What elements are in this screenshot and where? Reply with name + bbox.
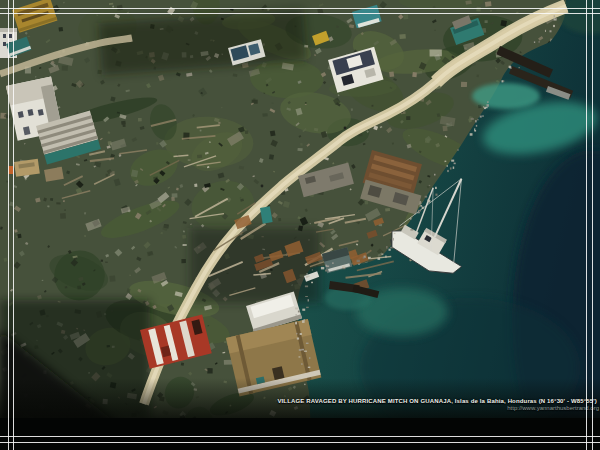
hurricane-aerial-photo: VILLAGE RAVAGED BY HURRICANE MITCH ON GU… [0, 0, 600, 450]
building [8, 166, 13, 174]
aerial-photo-scene [0, 0, 600, 450]
